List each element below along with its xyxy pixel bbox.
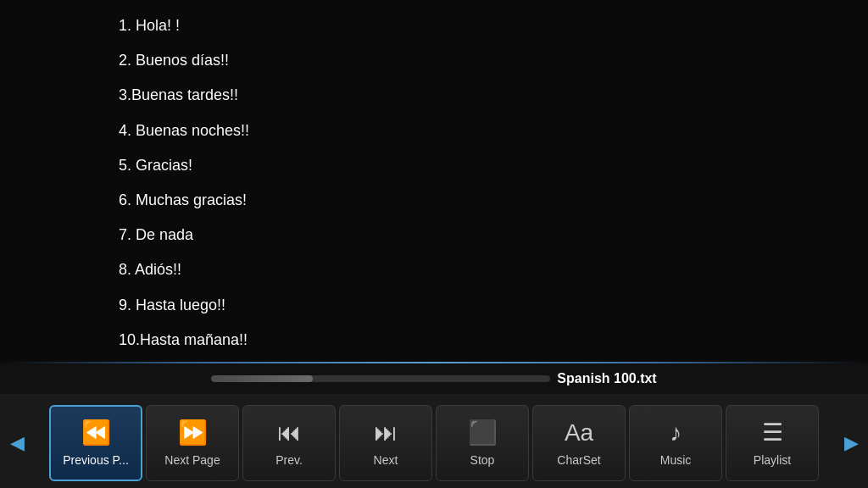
music-icon: ♪ xyxy=(670,419,682,446)
playlist-button[interactable]: ☰Playlist xyxy=(726,405,819,481)
right-nav-arrow[interactable] xyxy=(838,394,864,488)
text-line: 5. Gracias! xyxy=(119,148,749,183)
main-container: 1. Hola! !2. Buenos días!!3.Buenas tarde… xyxy=(0,0,868,488)
prev-button[interactable]: ⏮Prev. xyxy=(242,405,336,481)
progress-container: Spanish 100.txt xyxy=(211,371,656,386)
text-line: 9. Hasta luego!! xyxy=(119,288,749,323)
text-line: 3.Buenas tardes!! xyxy=(119,78,749,113)
status-bar: Spanish 100.txt xyxy=(0,363,868,394)
progress-track xyxy=(211,375,550,382)
music-label: Music xyxy=(660,453,692,467)
file-name: Spanish 100.txt xyxy=(557,371,656,386)
playlist-icon: ☰ xyxy=(762,419,783,446)
next-page-label: Next Page xyxy=(164,453,220,467)
prev-page-icon: ⏪ xyxy=(81,419,111,446)
left-nav-arrow[interactable] xyxy=(4,394,30,488)
text-line: 10.Hasta mañana!! xyxy=(119,323,749,358)
next-button[interactable]: ⏭Next xyxy=(339,405,432,481)
next-label: Next xyxy=(374,453,398,467)
control-buttons: ⏪Previous P...⏩Next Page⏮Prev.⏭Next⬛Stop… xyxy=(30,405,838,481)
prev-page-button[interactable]: ⏪Previous P... xyxy=(49,405,142,481)
bottom-bar: ⏪Previous P...⏩Next Page⏮Prev.⏭Next⬛Stop… xyxy=(0,394,868,488)
next-page-icon: ⏩ xyxy=(178,419,208,446)
text-line: 4. Buenas noches!! xyxy=(119,114,749,148)
music-button[interactable]: ♪Music xyxy=(629,405,722,481)
stop-icon: ⬛ xyxy=(468,419,498,446)
charset-button[interactable]: AaCharSet xyxy=(532,405,626,481)
progress-fill xyxy=(211,375,313,382)
stop-label: Stop xyxy=(470,453,495,467)
text-line: 7. De nada xyxy=(119,218,749,252)
text-line: 1. Hola! ! xyxy=(119,8,749,43)
stop-button[interactable]: ⬛Stop xyxy=(436,405,529,481)
text-line: 6. Muchas gracias! xyxy=(119,183,749,218)
text-line: 2. Buenos días!! xyxy=(119,43,749,78)
charset-label: CharSet xyxy=(557,453,600,467)
prev-label: Prev. xyxy=(275,453,303,467)
text-line: 11.Hasta pronto!! (=see you soon) xyxy=(119,358,749,360)
playlist-label: Playlist xyxy=(754,453,791,467)
left-arrow-icon xyxy=(10,432,25,454)
prev-page-label: Previous P... xyxy=(63,453,129,467)
next-icon: ⏭ xyxy=(374,419,398,446)
text-line: 8. Adiós!! xyxy=(119,252,749,287)
charset-icon: Aa xyxy=(565,419,593,446)
right-arrow-icon xyxy=(844,432,859,454)
text-content: 1. Hola! !2. Buenos días!!3.Buenas tarde… xyxy=(0,0,868,360)
next-page-button[interactable]: ⏩Next Page xyxy=(146,405,239,481)
prev-icon: ⏮ xyxy=(277,419,301,446)
